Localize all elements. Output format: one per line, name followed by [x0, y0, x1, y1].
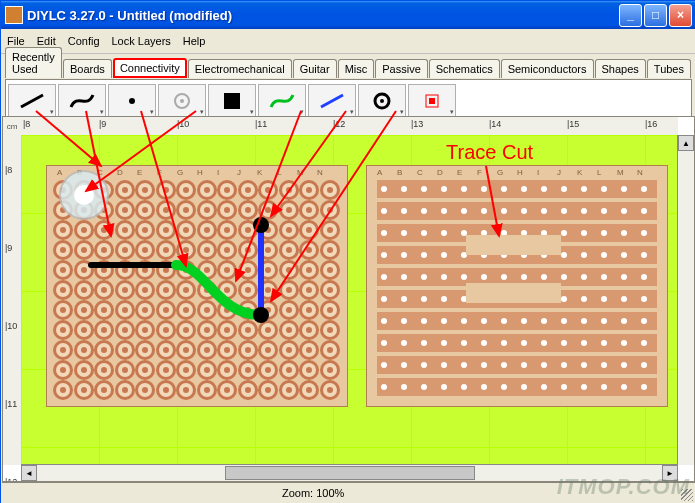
svg-point-7	[380, 99, 384, 103]
tab-electromechanical[interactable]: Electromechanical	[188, 59, 292, 78]
scroll-left-button[interactable]: ◄	[21, 465, 37, 481]
perfboard[interactable]: ABCDEFGHIJKLMN	[46, 165, 348, 407]
scroll-thumb[interactable]	[225, 466, 475, 480]
tool-straight-wire[interactable]: ▾	[8, 84, 56, 118]
menu-help[interactable]: Help	[183, 35, 206, 47]
component-tabs: Recently Used Boards Connectivity Electr…	[1, 54, 695, 78]
menu-file[interactable]: File	[7, 35, 25, 47]
tab-semiconductors[interactable]: Semiconductors	[501, 59, 594, 78]
svg-rect-9	[429, 98, 435, 104]
svg-line-0	[21, 95, 43, 107]
maximize-button[interactable]: □	[644, 4, 667, 27]
tab-boards[interactable]: Boards	[63, 59, 112, 78]
canvas-area: cm |8 |9 |10 |11 |12 |13 |14 |15 |16 |8 …	[2, 116, 695, 482]
tab-guitar[interactable]: Guitar	[293, 59, 337, 78]
app-icon	[5, 6, 23, 24]
svg-point-3	[180, 99, 184, 103]
tool-solder-dot[interactable]: ▾	[358, 84, 406, 118]
svg-rect-4	[224, 93, 240, 109]
tab-recently-used[interactable]: Recently Used	[5, 47, 62, 78]
tool-trace-cut[interactable]: ▾	[408, 84, 456, 118]
tool-straight-blue[interactable]: ▾	[308, 84, 356, 118]
window-title: DIYLC 3.27.0 - Untitled (modified)	[27, 8, 619, 23]
ruler-horizontal: |8 |9 |10 |11 |12 |13 |14 |15 |16	[21, 117, 678, 136]
tab-shapes[interactable]: Shapes	[595, 59, 646, 78]
tool-eyelet[interactable]: ▾	[158, 84, 206, 118]
svg-point-1	[129, 98, 135, 104]
menubar: File Edit Config Lock Layers Help	[1, 29, 695, 54]
app-window: DIYLC 3.27.0 - Untitled (modified) _ □ ×…	[0, 0, 695, 503]
tab-misc[interactable]: Misc	[338, 59, 375, 78]
zoom-value: 100%	[316, 487, 344, 499]
ruler-vertical: |8 |9 |10 |11 |12	[3, 135, 22, 465]
tab-tubes[interactable]: Tubes	[647, 59, 691, 78]
watermark: ITMOP.COM	[557, 474, 690, 500]
tab-connectivity[interactable]: Connectivity	[113, 58, 187, 78]
menu-config[interactable]: Config	[68, 35, 100, 47]
close-button[interactable]: ×	[669, 4, 692, 27]
menu-edit[interactable]: Edit	[37, 35, 56, 47]
tab-passive[interactable]: Passive	[375, 59, 428, 78]
tab-schematics[interactable]: Schematics	[429, 59, 500, 78]
scrollbar-vertical[interactable]: ▲	[677, 135, 694, 465]
scroll-up-button[interactable]: ▲	[678, 135, 694, 151]
tool-jumper-dot[interactable]: ▾	[108, 84, 156, 118]
tool-curved-green[interactable]: ▾	[258, 84, 306, 118]
zoom-label: Zoom:	[282, 487, 313, 499]
svg-line-5	[321, 95, 343, 107]
tool-curved-wire[interactable]: ▾	[58, 84, 106, 118]
tool-square-pad[interactable]: ▾	[208, 84, 256, 118]
menu-lock-layers[interactable]: Lock Layers	[112, 35, 171, 47]
minimize-button[interactable]: _	[619, 4, 642, 27]
titlebar: DIYLC 3.27.0 - Untitled (modified) _ □ ×	[1, 1, 695, 29]
ruler-unit: cm	[3, 117, 22, 136]
design-canvas[interactable]: ABCDEFGHIJKLMN ABCDEFGHIJKLMN	[21, 135, 678, 465]
